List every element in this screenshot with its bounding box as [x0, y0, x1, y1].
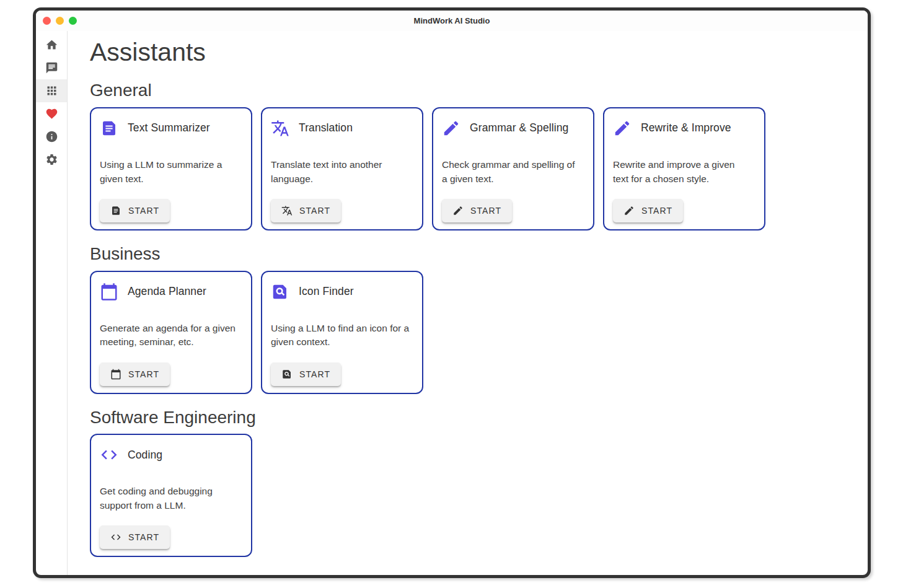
card-header: Coding [100, 445, 242, 464]
assistant-card: Rewrite & Improve Rewrite and improve a … [603, 107, 765, 230]
sidebar [36, 31, 68, 575]
gear-icon [45, 153, 58, 166]
start-button[interactable]: START [271, 199, 341, 222]
start-button-icon [110, 369, 121, 380]
card-description: Translate text into another language. [271, 158, 413, 186]
card-title: Text Summarizer [128, 121, 210, 134]
card-header: Rewrite & Improve [613, 119, 755, 138]
start-button-icon [281, 205, 293, 216]
section-label: General [90, 80, 855, 101]
card-title: Rewrite & Improve [641, 121, 731, 134]
sidebar-item-assistants[interactable] [36, 79, 67, 102]
titlebar: MindWork AI Studio [36, 11, 868, 31]
start-button-label: START [128, 369, 159, 379]
main-content: Assistants General Text Summarizer Using… [68, 31, 868, 575]
cards-row: Agenda Planner Generate an agenda for a … [90, 271, 855, 394]
apps-grid-icon [45, 84, 58, 97]
start-button[interactable]: START [613, 199, 683, 222]
card-description: Generate an agenda for a given meeting, … [100, 322, 242, 350]
card-header: Icon Finder [271, 283, 413, 301]
assistant-card: Icon Finder Using a LLM to find an icon … [261, 271, 423, 394]
start-button[interactable]: START [271, 362, 341, 386]
assistant-section: Software Engineering Coding Get coding a… [90, 407, 855, 558]
assistant-card: Coding Get coding and debugging support … [90, 434, 252, 557]
card-description: Using a LLM to find an icon for a given … [271, 322, 413, 350]
card-title: Agenda Planner [128, 285, 206, 298]
code-icon [100, 445, 118, 464]
pencil-icon [613, 119, 632, 138]
home-icon [45, 38, 58, 51]
card-description: Check grammar and spelling of a given te… [442, 158, 584, 186]
start-button-label: START [128, 206, 159, 216]
sidebar-item-home[interactable] [36, 33, 67, 56]
assistant-card: Translation Translate text into another … [261, 107, 423, 230]
sidebar-item-chat[interactable] [36, 56, 67, 79]
card-title: Grammar & Spelling [470, 121, 568, 134]
start-button-icon [623, 205, 635, 216]
start-button-label: START [641, 206, 672, 216]
start-button-icon [110, 205, 121, 216]
cards-row: Text Summarizer Using a LLM to summarize… [90, 107, 855, 230]
heart-icon [45, 107, 58, 120]
card-title: Icon Finder [299, 285, 354, 298]
icon-search-icon [271, 283, 289, 301]
start-button-icon [452, 205, 464, 216]
card-header: Grammar & Spelling [442, 119, 584, 138]
cards-row: Coding Get coding and debugging support … [90, 434, 855, 557]
start-button[interactable]: START [442, 199, 512, 222]
start-button-icon [110, 532, 121, 543]
maximize-button[interactable] [69, 17, 77, 25]
start-button[interactable]: START [100, 362, 170, 386]
assistant-section: Business Agenda Planner Generate an agen… [90, 244, 855, 394]
chat-icon [45, 61, 58, 74]
document-icon [100, 119, 118, 138]
start-button[interactable]: START [100, 199, 170, 222]
card-header: Text Summarizer [100, 119, 242, 138]
sections-container: General Text Summarizer Using a LLM to s… [90, 80, 855, 557]
minimize-button[interactable] [56, 17, 64, 25]
pencil-icon [442, 119, 460, 138]
assistant-card: Grammar & Spelling Check grammar and spe… [432, 107, 594, 230]
section-label: Software Engineering [90, 407, 855, 428]
translate-icon [271, 119, 289, 138]
assistant-section: General Text Summarizer Using a LLM to s… [90, 80, 855, 230]
card-header: Translation [271, 119, 413, 138]
info-icon [45, 130, 58, 143]
card-description: Using a LLM to summarize a given text. [100, 158, 242, 186]
card-title: Coding [128, 449, 162, 462]
card-description: Get coding and debugging support from a … [100, 485, 242, 513]
start-button-icon [281, 369, 293, 380]
close-button[interactable] [43, 17, 51, 25]
assistant-card: Text Summarizer Using a LLM to summarize… [90, 107, 252, 230]
sidebar-item-settings[interactable] [36, 148, 67, 171]
window-body: Assistants General Text Summarizer Using… [36, 31, 868, 575]
section-label: Business [90, 244, 855, 265]
sidebar-item-about[interactable] [36, 125, 67, 148]
app-window: MindWork AI Studio Assistants General Te… [33, 7, 871, 578]
card-description: Rewrite and improve a given text for a c… [613, 158, 755, 186]
start-button-label: START [470, 206, 501, 216]
window-title: MindWork AI Studio [36, 16, 868, 25]
card-title: Translation [299, 121, 353, 134]
traffic-lights [43, 17, 77, 25]
start-button-label: START [128, 532, 159, 542]
page-title: Assistants [90, 37, 855, 67]
start-button[interactable]: START [100, 525, 170, 549]
assistant-card: Agenda Planner Generate an agenda for a … [90, 271, 252, 394]
calendar-icon [100, 283, 118, 301]
card-header: Agenda Planner [100, 283, 242, 301]
sidebar-item-favorites[interactable] [36, 102, 67, 125]
start-button-label: START [299, 369, 330, 379]
start-button-label: START [299, 206, 330, 216]
